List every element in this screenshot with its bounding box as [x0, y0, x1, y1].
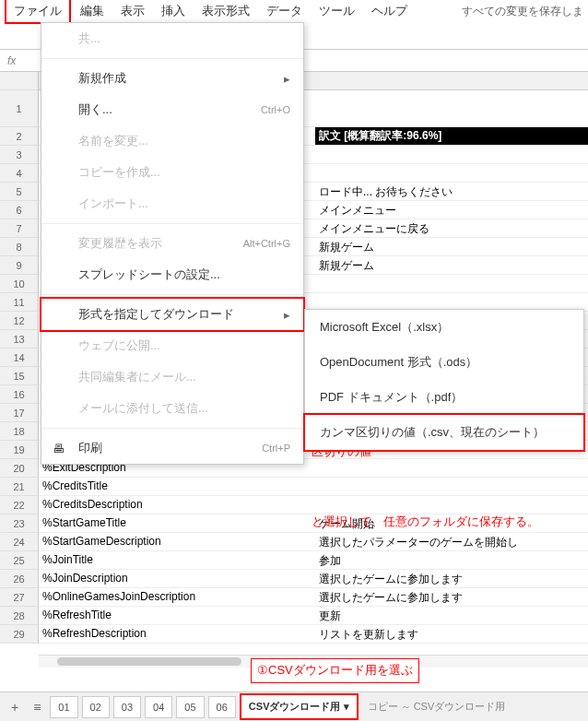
row-header[interactable]: 20 — [0, 459, 39, 478]
separator — [41, 58, 303, 59]
download-submenu: Microsoft Excel（.xlsx） OpenDocument 形式（.… — [304, 309, 584, 451]
row-header[interactable]: 2 — [0, 127, 39, 146]
row-header[interactable]: 5 — [0, 183, 39, 201]
cell[interactable]: メインメニュー — [315, 201, 588, 219]
row-header[interactable]: 9 — [0, 256, 39, 275]
menu-download-as[interactable]: 形式を指定してダウンロード▸ — [40, 297, 305, 332]
save-status: すべての変更を保存しま — [462, 4, 583, 19]
cell[interactable]: メインメニューに戻る — [315, 219, 588, 237]
menu-data[interactable]: データ — [259, 0, 310, 22]
row-header[interactable]: 24 — [0, 533, 39, 551]
menu-settings[interactable]: スプレッドシートの設定... — [41, 259, 303, 290]
menu-email-collab[interactable]: 共同編集者にメール... — [41, 361, 303, 393]
menu-edit[interactable]: 編集 — [73, 0, 112, 22]
separator — [41, 223, 303, 224]
menu-view[interactable]: 表示 — [113, 0, 152, 22]
submenu-csv[interactable]: カンマ区切りの値（.csv、現在のシート） — [303, 413, 585, 452]
submenu-pdf[interactable]: PDF ドキュメント（.pdf） — [305, 380, 583, 415]
annotation-step2b: と選択して、任意のフォルダに保存する。 — [312, 513, 579, 532]
row-header[interactable]: 12 — [0, 312, 39, 330]
menu-history[interactable]: 変更履歴を表示Alt+Ctrl+G — [41, 228, 303, 259]
cell[interactable]: %CreditsDescription — [39, 496, 315, 514]
sheet-tab[interactable]: 02 — [82, 696, 110, 718]
row-header[interactable]: 4 — [0, 164, 39, 183]
menu-copy[interactable]: コピーを作成... — [41, 157, 303, 188]
annotation-step1: ①CSVダウンロード用を選ぶ — [251, 658, 419, 683]
menu-rename[interactable]: 名前を変更... — [41, 125, 303, 157]
row-header[interactable]: 14 — [0, 349, 39, 367]
cell[interactable]: %RefreshDescription — [39, 625, 315, 643]
menu-tools[interactable]: ツール — [312, 0, 362, 22]
cell[interactable]: 更新 — [315, 607, 588, 624]
submenu-ods[interactable]: OpenDocument 形式（.ods） — [305, 345, 583, 380]
row-header[interactable]: 19 — [0, 441, 39, 459]
row-header[interactable]: 13 — [0, 330, 39, 349]
row-header[interactable]: 27 — [0, 588, 39, 607]
cell[interactable]: ロード中... お待ちください — [315, 183, 588, 200]
row-header[interactable]: 6 — [0, 201, 39, 219]
menu-file[interactable]: ファイル — [5, 0, 71, 24]
menu-share[interactable]: 共... — [41, 23, 303, 54]
sheet-tab[interactable]: 05 — [176, 696, 204, 718]
row-header[interactable]: 23 — [0, 514, 39, 533]
row-header[interactable]: 3 — [0, 146, 39, 164]
sheet-tabs-bar: + ≡ 01 02 03 04 05 06 CSVダウンロード用 ▾ コピー ～… — [0, 691, 588, 721]
cell[interactable]: 選択したゲームに参加します — [315, 570, 588, 587]
cell[interactable]: リストを更新します — [315, 625, 588, 643]
separator — [41, 294, 303, 295]
scroll-thumb[interactable] — [57, 657, 241, 666]
add-sheet-button[interactable]: + — [6, 696, 24, 718]
row-header[interactable]: 26 — [0, 570, 39, 588]
row-header[interactable]: 10 — [0, 275, 39, 293]
cell[interactable]: %StartGameTitle — [39, 514, 315, 532]
row-header[interactable]: 25 — [0, 551, 39, 570]
cell[interactable]: 選択したパラメーターのゲームを開始し — [315, 533, 588, 550]
menu-new[interactable]: 新規作成▸ — [41, 63, 303, 94]
row-header[interactable]: 8 — [0, 238, 39, 256]
menu-publish[interactable]: ウェブに公開... — [41, 330, 303, 361]
sheet-tab[interactable]: 04 — [145, 696, 172, 718]
menu-print[interactable]: 🖶印刷Ctrl+P — [41, 432, 303, 464]
cell[interactable]: %StartGameDescription — [39, 533, 315, 550]
cell[interactable]: 新規ゲーム — [315, 238, 588, 255]
menu-open[interactable]: 開く...Ctrl+O — [41, 94, 303, 125]
cell[interactable]: %RefreshTitle — [39, 607, 315, 624]
row-header[interactable]: 1 — [0, 90, 39, 127]
all-sheets-button[interactable]: ≡ — [28, 696, 46, 718]
row-header[interactable]: 28 — [0, 607, 39, 625]
cell[interactable]: %JoinTitle — [39, 551, 315, 569]
row-header[interactable]: 18 — [0, 422, 39, 441]
row-header[interactable]: 29 — [0, 625, 39, 644]
cell[interactable]: 選択したゲームに参加します — [315, 588, 588, 606]
sheet-tab[interactable]: 01 — [50, 696, 77, 718]
row-header[interactable]: 11 — [0, 293, 39, 312]
cell[interactable]: %OnlineGamesJoinDescription — [39, 588, 315, 606]
shortcut: Ctrl+O — [261, 104, 290, 115]
row-header[interactable]: 16 — [0, 385, 39, 404]
cell[interactable]: 参加 — [315, 551, 588, 569]
row-headers: 1 2 3 4 5 6 7 8 9 10 11 12 13 14 15 16 1… — [0, 72, 39, 644]
sheet-tab-extra[interactable]: コピー ～ CSVダウンロード用 — [368, 700, 506, 714]
sheet-tab-active[interactable]: CSVダウンロード用 ▾ — [240, 693, 359, 720]
row-header[interactable]: 17 — [0, 404, 39, 422]
sheet-tab[interactable]: 03 — [113, 696, 141, 718]
header-cell[interactable]: 訳文 [概算翻訳率:96.6%] — [315, 127, 588, 145]
sheet-tab[interactable]: 06 — [208, 696, 236, 718]
row-header[interactable]: 22 — [0, 496, 39, 514]
menu-help[interactable]: ヘルプ — [364, 0, 415, 22]
row-header[interactable]: 7 — [0, 219, 39, 238]
cell[interactable]: 新規ゲーム — [315, 256, 588, 274]
row-header[interactable]: 15 — [0, 367, 39, 385]
menu-format[interactable]: 表示形式 — [194, 0, 257, 22]
row-header[interactable]: 21 — [0, 478, 39, 496]
shortcut: Ctrl+P — [262, 443, 290, 454]
menu-email-attach[interactable]: メールに添付して送信... — [41, 393, 303, 424]
cell[interactable]: %CreditsTitle — [39, 478, 315, 495]
submenu-xlsx[interactable]: Microsoft Excel（.xlsx） — [305, 310, 583, 345]
shortcut: Alt+Ctrl+G — [243, 238, 290, 249]
menu-import[interactable]: インポート... — [41, 188, 303, 219]
menu-insert[interactable]: 挿入 — [154, 0, 193, 22]
cell[interactable]: %JoinDescription — [39, 570, 315, 587]
menubar: ファイル 編集 表示 挿入 表示形式 データ ツール ヘルプ すべての変更を保存… — [0, 0, 588, 22]
submenu-arrow-icon: ▸ — [284, 308, 290, 322]
